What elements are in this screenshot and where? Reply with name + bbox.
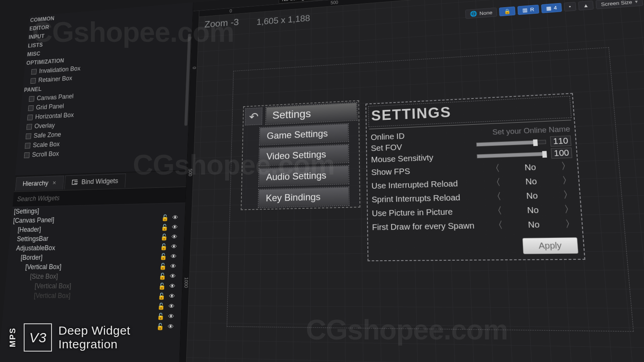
lock-icon[interactable] (161, 224, 169, 231)
lock-toggle[interactable]: 🔒 (499, 6, 516, 16)
nav-item-game-settings[interactable]: Game Settings (260, 123, 349, 145)
back-button[interactable]: ↶ (245, 107, 262, 125)
lock-icon[interactable] (159, 253, 167, 260)
chevron-left-icon[interactable]: 〈 (489, 176, 503, 189)
apply-button[interactable]: Apply (522, 237, 578, 254)
eye-icon[interactable] (172, 214, 178, 221)
tab-bind-widgets[interactable]: Bind Widgets (64, 173, 126, 189)
toggle-stepper[interactable]: 〈 No 〉 (489, 174, 574, 189)
lock-icon[interactable] (157, 313, 165, 320)
chevron-left-icon[interactable]: 〈 (490, 204, 504, 217)
outline-toggle[interactable]: ▲ (578, 0, 594, 10)
divider (369, 120, 571, 129)
eye-icon[interactable] (171, 243, 177, 250)
chevron-right-icon[interactable]: 〉 (562, 203, 576, 216)
chevron-right-icon[interactable]: 〉 (560, 174, 574, 187)
toggle-stepper[interactable]: 〈 No 〉 (490, 188, 576, 203)
zoom-out-button[interactable]: • (564, 2, 576, 11)
lock-icon[interactable] (159, 263, 167, 270)
sensitivity-slider[interactable] (477, 152, 547, 158)
sensitivity-value[interactable]: 100 (551, 148, 572, 159)
palette-item-label: Safe Zone (33, 131, 62, 140)
widget-icon (30, 78, 36, 83)
localization-dropdown[interactable]: 🌐 None (465, 8, 497, 19)
left-dock: COMMON EDITOR INPUT LISTS MISC OPTIMIZAT… (0, 2, 194, 362)
fov-value[interactable]: 110 (550, 136, 572, 147)
tree-node[interactable] (3, 300, 182, 311)
eye-icon[interactable] (170, 263, 176, 270)
online-id-input[interactable]: Set your Online Name (492, 125, 570, 137)
tree-node[interactable]: [Vertical Box] (5, 281, 182, 291)
chevron-right-icon[interactable]: 〉 (559, 160, 573, 173)
lock-icon[interactable] (158, 293, 165, 300)
tree-node-label (33, 301, 35, 309)
toggle-stepper[interactable]: 〈 No 〉 (490, 203, 576, 217)
eye-icon[interactable] (168, 313, 174, 320)
eye-icon[interactable] (169, 283, 176, 290)
eye-icon[interactable] (171, 253, 177, 260)
localization-label: None (479, 10, 493, 16)
lock-icon[interactable] (159, 273, 166, 280)
tree-node[interactable]: [Vertical Box] (7, 261, 183, 272)
setting-row-online-id: Online ID Set your Online Name (369, 123, 572, 143)
eye-icon[interactable] (169, 303, 175, 310)
settings-panel: SETTINGS Online ID Set your Online Name … (366, 94, 584, 260)
palette-item-label: Scroll Box (32, 150, 59, 158)
tree-node-label (32, 311, 35, 319)
tree-node-label: [Vertical Box] (34, 292, 71, 300)
ruler-mark: 500 (330, 0, 338, 5)
setting-row-toggle: Show FPS 〈 No 〉 (369, 159, 575, 179)
widget-icon (26, 133, 31, 139)
grid-snap-toggle[interactable]: ▦4 (541, 3, 562, 13)
toggle-stepper[interactable]: 〈 No 〉 (488, 160, 573, 175)
tree-node[interactable]: [Border] (8, 251, 184, 263)
layout-mode-toggle[interactable]: ▥R (518, 4, 539, 15)
nav-item-key-bindings[interactable]: Key Bindings (258, 187, 349, 208)
screen-size-dropdown[interactable]: Screen Size▾ (596, 0, 643, 9)
eye-icon[interactable] (171, 234, 178, 241)
nav-item-video-settings[interactable]: Video Settings (259, 144, 349, 165)
toggle-value: No (502, 176, 561, 187)
chevron-left-icon[interactable]: 〈 (491, 219, 505, 232)
toggle-value: No (502, 162, 560, 173)
outline-icon: ▲ (583, 2, 589, 8)
dot-icon: • (569, 4, 571, 10)
tree-node[interactable]: [Size Box] (6, 271, 183, 281)
lock-icon[interactable] (161, 234, 168, 241)
lock-icon[interactable] (158, 283, 166, 290)
lock-icon[interactable] (157, 303, 165, 310)
chevron-right-icon[interactable]: 〉 (561, 188, 575, 202)
lock-icon[interactable] (160, 243, 167, 250)
layout-icon: ▥ (522, 7, 528, 13)
lock-icon[interactable] (161, 214, 169, 221)
palette-item-label: Scale Box (33, 140, 60, 149)
eye-icon[interactable] (170, 273, 176, 280)
tree-node-label: SettingsBar (17, 235, 49, 243)
close-icon[interactable]: ✕ (52, 180, 57, 186)
chevron-left-icon[interactable]: 〈 (488, 162, 502, 175)
chevron-right-icon[interactable]: 〉 (563, 217, 578, 230)
tree-node-label: [Canvas Panel] (13, 216, 54, 224)
lock-icon[interactable] (156, 323, 164, 330)
palette-item-label: Retainer Box (38, 75, 72, 84)
undo-icon: ↶ (249, 110, 258, 123)
designer-canvas[interactable]: 0 500 1000 1500 0 500 1000 Zoom -3 1,605… (178, 0, 644, 362)
fov-slider[interactable] (476, 140, 546, 146)
tree-node[interactable]: [Vertical Box] (4, 291, 182, 301)
tab-hierarchy[interactable]: Hierarchy ✕ (15, 175, 64, 191)
bind-widgets-icon (72, 179, 77, 185)
toggle-stepper[interactable]: 〈 No 〉 (491, 217, 578, 231)
brand-line-2: Integration (58, 337, 130, 351)
eye-icon[interactable] (172, 224, 178, 231)
settings-nav: ↶ Settings Game Settings Video Settings … (242, 101, 359, 209)
eye-icon[interactable] (167, 323, 174, 330)
eye-icon[interactable] (169, 293, 175, 300)
widget-icon (28, 105, 34, 111)
brand-badge: MPS V3 Deep Widget Integration (8, 323, 130, 352)
nav-item-audio-settings[interactable]: Audio Settings (259, 166, 349, 187)
tree-node-label: [Vertical Box] (34, 282, 71, 290)
chevron-left-icon[interactable]: 〈 (490, 190, 504, 203)
setting-label: Set FOV (371, 140, 472, 153)
brand-line-1: Deep Widget (58, 324, 130, 337)
setting-row-toggle: Use Interrupted Reload 〈 No 〉 (370, 173, 576, 193)
